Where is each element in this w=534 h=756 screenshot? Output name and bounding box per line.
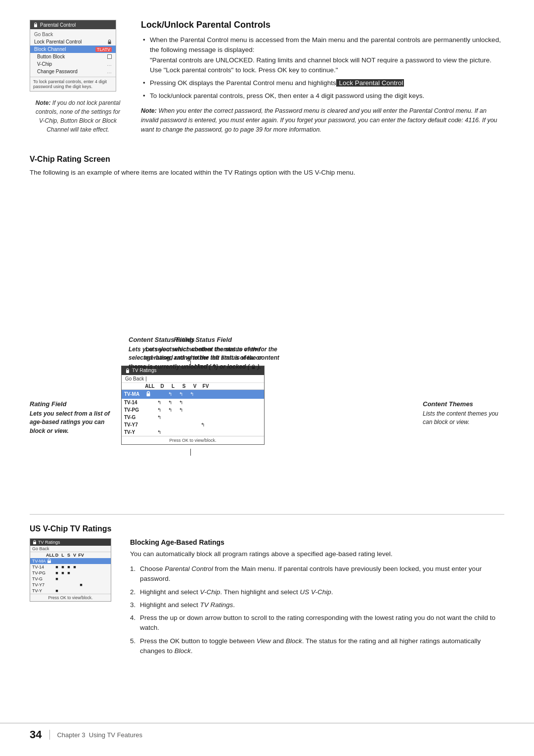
lock-unlock-bullets: When the Parental Control menu is access… — [141, 35, 504, 101]
annotation-content-status: Content Status Fields Lets you select wh… — [129, 336, 282, 371]
tv-ratings-small-cols: ALL D L S V FV — [30, 552, 111, 558]
lock-icon-small — [107, 39, 112, 45]
menu-box-footer: To lock parental controls, enter 4 digit… — [30, 77, 116, 91]
tv-ratings-small-lock-icon — [33, 540, 37, 545]
tv-ratings-small-row-tvy: TV-Y ■ — [30, 588, 111, 594]
tv-ratings-go-back: Go Back | — [122, 375, 264, 383]
tv-ratings-small-box: TV Ratings Go Back ALL D L S V FV — [30, 538, 111, 602]
annotation-rating-field-title: Rating Field — [30, 400, 114, 408]
annotation-content-themes-text: Lists the content themes you can block o… — [423, 410, 504, 427]
footer-chapter: Chapter 3 Using TV Features — [57, 731, 142, 739]
step-5: Press the OK button to toggle between Vi… — [130, 636, 504, 657]
svg-rect-3 — [147, 393, 150, 396]
blocking-title: Blocking Age-Based Ratings — [130, 538, 504, 546]
parental-control-menu-box: Parental Control Go Back Lock Parental C… — [30, 20, 116, 92]
lock-unlock-section: Lock/Unlock Parental Controls When the P… — [141, 20, 504, 135]
annotation-content-themes: Content Themes Lists the content themes … — [423, 400, 504, 427]
tv-ratings-row-tvy7: TV-Y7 ↰ — [122, 421, 264, 428]
page-footer: 34 Chapter 3 Using TV Features — [0, 723, 534, 741]
tv-ratings-small-row-tvy7: TV-Y7 ■ — [30, 582, 111, 588]
lower-left: TV Ratings Go Back ALL D L S V FV — [30, 538, 116, 659]
left-sidebar: Parental Control Go Back Lock Parental C… — [30, 20, 126, 141]
step-4: Press the up or down arrow button to scr… — [130, 613, 504, 633]
lock-unlock-note: Note: When you enter the correct passwor… — [141, 106, 504, 135]
vchip-section: V-Chip Rating Screen The following is an… — [30, 155, 504, 504]
page-number: 34 — [30, 728, 42, 741]
arrow-line-bottom — [190, 449, 191, 456]
tv-ratings-footer: Press OK to view/block. — [122, 436, 264, 444]
tv-ratings-small-row-tv14: TV-14 ■ ■ ■ ■ — [30, 564, 111, 570]
top-section: Parental Control Go Back Lock Parental C… — [30, 20, 504, 141]
menu-box-header: Parental Control — [30, 20, 116, 29]
menu-item-change-password: Change Password … — [30, 68, 116, 75]
blocking-intro: You can automatically block all program … — [130, 549, 504, 559]
step-1: Choose Parental Control from the Main me… — [130, 564, 504, 584]
footer-divider — [49, 730, 50, 740]
small-lock-filled — [47, 559, 51, 564]
vchip-intro: The following is an example of where ite… — [30, 168, 504, 178]
lock-filled-icon — [146, 391, 151, 397]
menu-item-vchip: V-Chip … — [30, 60, 116, 68]
annotation-content-themes-title: Content Themes — [423, 400, 504, 408]
annotation-content-status-text: Lets you select which content themes to … — [129, 345, 282, 371]
tv-ratings-row-tvpg: TV-PG ↰ ↰ ↰ — [122, 406, 264, 414]
tv-ratings-small-footer: Press OK to view/block. — [30, 594, 111, 601]
step-3: Highlight and select TV Ratings. — [130, 600, 504, 610]
tv-ratings-small-goback: Go Back — [30, 546, 111, 552]
blocking-steps: Choose Parental Control from the Main me… — [130, 564, 504, 656]
svg-rect-5 — [33, 542, 36, 544]
vchip-title: V-Chip Rating Screen — [30, 155, 504, 164]
tv-ratings-row-tvg: TV-G ↰ — [122, 414, 264, 421]
diagram-container: Rating Status Field Lets you select whet… — [30, 336, 504, 504]
tv-ratings-small-row-tvma: TV-MA — [30, 558, 111, 564]
section-divider — [30, 514, 504, 515]
tv-ratings-col-header: ALL D L S V FV — [122, 383, 264, 390]
tv-ratings-box: TV Ratings Go Back | ALL D L S V FV TV-M… — [121, 366, 265, 445]
tv-ratings-row-tv14: TV-14 ↰ ↰ ↰ — [122, 399, 264, 406]
locked-icon-inline — [251, 364, 256, 370]
annotation-content-status-title: Content Status Fields — [129, 336, 282, 343]
checkbox-button-block — [107, 54, 112, 59]
bullet-1: When the Parental Control menu is access… — [141, 35, 504, 75]
main-content: Lock/Unlock Parental Controls When the P… — [141, 20, 504, 141]
step-2: Highlight and select V-Chip. Then highli… — [130, 587, 504, 597]
sidebar-note: Note: If you do not lock parental contro… — [30, 98, 126, 134]
tv-ratings-row-tvma: TV-MA ↰ ↰ ↰ — [122, 390, 264, 399]
svg-rect-6 — [47, 561, 51, 563]
svg-rect-4 — [252, 367, 255, 369]
svg-rect-1 — [108, 42, 111, 44]
menu-item-block-channel: Block Channel TLATV — [30, 46, 116, 53]
menu-item-lock: Lock Parental Control — [30, 38, 116, 46]
tv-ratings-small-header: TV Ratings — [30, 539, 111, 546]
tv-ratings-row-tvy: TV-Y ↰ — [122, 428, 264, 436]
us-vchip-title: US V-Chip TV Ratings — [30, 524, 504, 533]
page-container: Parental Control Go Back Lock Parental C… — [0, 0, 534, 756]
lock-icon — [33, 22, 38, 28]
tv-ratings-small-row-tvpg: TV-PG ■ ■ ■ — [30, 570, 111, 576]
svg-rect-0 — [34, 24, 37, 27]
menu-item-go-back: Go Back — [30, 31, 116, 38]
lower-right: Blocking Age-Based Ratings You can autom… — [130, 538, 504, 659]
lock-unlock-title: Lock/Unlock Parental Controls — [141, 20, 504, 30]
menu-item-button-block: Button Block — [30, 53, 116, 60]
two-col-lower: TV Ratings Go Back ALL D L S V FV — [30, 538, 504, 659]
menu-box-body: Go Back Lock Parental Control Block Chan… — [30, 29, 116, 77]
bullet-2: Pressing OK displays the Parental Contro… — [141, 78, 504, 88]
us-vchip-section: US V-Chip TV Ratings TV Ratings Go Back — [30, 524, 504, 659]
menu-title: Parental Control — [40, 22, 76, 28]
annotation-rating-field: Rating Field Lets you select from a list… — [30, 400, 114, 435]
bullet-3: To lock/unlock parental controls, press … — [141, 91, 504, 101]
tv-ratings-small-row-tvg: TV-G ■ — [30, 576, 111, 582]
annotation-rating-field-text: Lets you select from a list of age-based… — [30, 410, 114, 435]
